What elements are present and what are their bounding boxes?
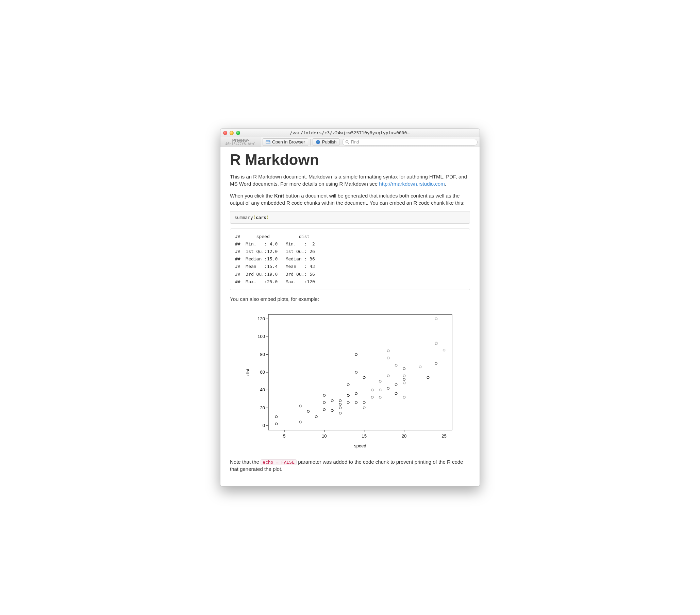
svg-point-60 [379, 396, 381, 398]
svg-point-80 [435, 318, 437, 320]
page-title: R Markdown [230, 151, 470, 168]
svg-point-65 [387, 357, 389, 359]
svg-text:80: 80 [260, 351, 265, 357]
close-icon[interactable] [223, 131, 227, 135]
toolbar-separator [310, 139, 311, 145]
tab-preview[interactable]: Preview- 46b15477f8.html [221, 137, 261, 147]
svg-point-62 [379, 380, 381, 382]
svg-point-71 [403, 382, 405, 384]
svg-point-56 [363, 401, 365, 403]
svg-point-70 [403, 396, 405, 398]
inline-code-echo: echo = FALSE [261, 459, 297, 465]
svg-point-36 [307, 410, 310, 412]
svg-point-53 [355, 371, 358, 373]
svg-text:dist: dist [245, 369, 250, 376]
intro-paragraph: This is an R Markdown document. Markdown… [230, 173, 470, 187]
svg-point-50 [347, 384, 349, 386]
knit-bold: Knit [274, 193, 284, 198]
svg-point-35 [299, 405, 302, 407]
globe-icon [316, 140, 321, 144]
svg-point-42 [331, 399, 333, 402]
scatter-plot: 510152025020406080100120speeddist [241, 309, 459, 452]
svg-point-57 [363, 376, 365, 379]
document-body: R Markdown This is an R Markdown documen… [221, 147, 479, 486]
svg-point-61 [379, 389, 381, 391]
publish-label: Publish [322, 139, 337, 144]
svg-point-37 [315, 415, 317, 418]
svg-point-58 [371, 396, 374, 398]
toolbar: Preview- 46b15477f8.html Open in Browser [221, 137, 479, 147]
svg-point-67 [395, 392, 397, 395]
svg-point-76 [427, 376, 429, 379]
embed-plots-paragraph: You can also embed plots, for example: [230, 295, 470, 303]
echo-false-paragraph: Note that the echo = FALSE parameter was… [230, 458, 470, 473]
output-block-summary: ## speed dist ## Min. : 4.0 Min. : 2 ## … [230, 229, 470, 290]
search-input[interactable] [351, 140, 475, 144]
svg-point-68 [395, 384, 397, 386]
plot-container: 510152025020406080100120speeddist [230, 309, 470, 452]
svg-point-49 [347, 394, 349, 396]
minimize-icon[interactable] [229, 131, 234, 135]
svg-point-64 [387, 375, 389, 377]
tab-label-1: Preview- [232, 138, 249, 142]
window-title: /var/folders/c3/z24wjmw525710y8yxqtyplxw… [243, 130, 477, 135]
svg-point-55 [363, 407, 365, 409]
rmarkdown-link[interactable]: http://rmarkdown.rstudio.com [379, 181, 445, 187]
svg-rect-0 [266, 140, 270, 144]
svg-point-72 [403, 378, 405, 381]
svg-text:20: 20 [260, 405, 265, 410]
svg-point-75 [419, 366, 422, 368]
browser-icon [266, 140, 271, 144]
tab-label-2: 46b15477f8.html [225, 142, 256, 146]
svg-point-59 [371, 389, 374, 391]
svg-point-51 [355, 401, 358, 403]
svg-point-47 [347, 401, 349, 403]
svg-text:5: 5 [283, 434, 285, 438]
svg-text:60: 60 [260, 370, 265, 375]
svg-point-54 [355, 353, 358, 356]
svg-text:15: 15 [362, 434, 367, 438]
svg-rect-5 [268, 315, 452, 430]
svg-point-63 [387, 387, 389, 389]
svg-point-81 [443, 349, 445, 351]
svg-point-44 [339, 407, 341, 409]
svg-text:0: 0 [263, 423, 265, 428]
svg-point-74 [403, 368, 405, 370]
code-block-summary: summary(cars) [230, 211, 470, 224]
svg-line-4 [348, 143, 349, 144]
svg-text:100: 100 [258, 334, 265, 339]
preview-window: /var/folders/c3/z24wjmw525710y8yxqtyplxw… [220, 128, 480, 487]
svg-text:25: 25 [441, 434, 446, 438]
search-icon [345, 140, 349, 144]
search-field[interactable] [342, 139, 477, 145]
traffic-lights [223, 131, 240, 135]
svg-point-52 [355, 392, 358, 395]
knit-paragraph: When you click the Knit button a documen… [230, 192, 470, 206]
open-in-browser-button[interactable]: Open in Browser [263, 138, 308, 146]
publish-button[interactable]: Publish [313, 138, 340, 146]
svg-text:20: 20 [402, 434, 407, 438]
svg-text:10: 10 [322, 434, 326, 438]
svg-point-41 [331, 409, 333, 412]
svg-point-73 [403, 375, 405, 377]
svg-point-46 [339, 399, 341, 402]
svg-point-34 [299, 421, 302, 423]
svg-point-38 [323, 408, 325, 411]
svg-point-33 [275, 415, 277, 418]
svg-text:120: 120 [258, 316, 265, 321]
svg-point-43 [339, 412, 341, 414]
svg-point-39 [323, 401, 325, 403]
svg-point-66 [387, 350, 389, 352]
svg-point-45 [339, 403, 341, 405]
open-in-browser-label: Open in Browser [272, 139, 305, 144]
window-titlebar: /var/folders/c3/z24wjmw525710y8yxqtyplxw… [221, 129, 479, 137]
svg-text:speed: speed [354, 443, 366, 448]
svg-point-32 [275, 423, 277, 425]
svg-point-69 [395, 364, 397, 366]
svg-text:40: 40 [260, 387, 265, 392]
svg-point-40 [323, 394, 325, 396]
zoom-icon[interactable] [236, 131, 240, 135]
svg-point-77 [435, 362, 437, 364]
